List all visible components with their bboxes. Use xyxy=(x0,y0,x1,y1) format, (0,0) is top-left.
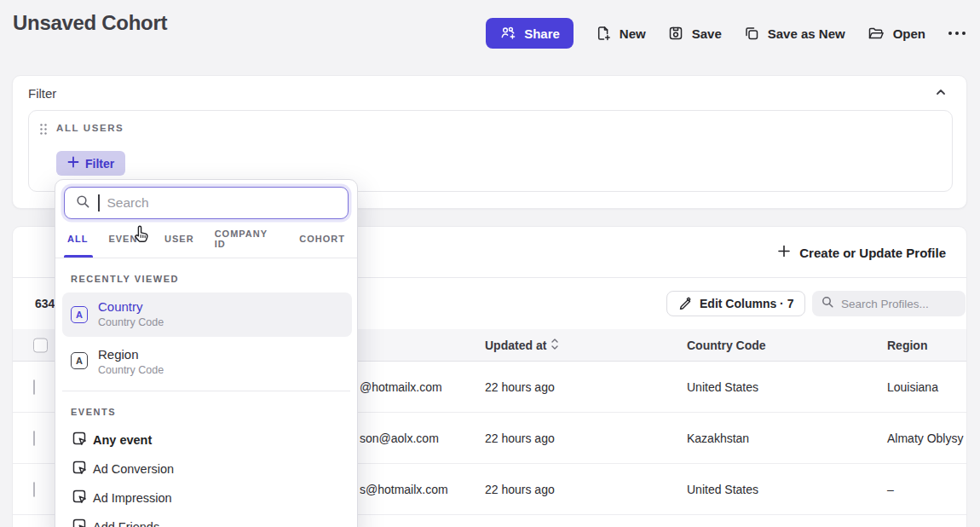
plus-icon xyxy=(777,244,791,260)
event-item-ad-conversion[interactable]: Ad Conversion xyxy=(55,455,357,484)
country-cell: United States xyxy=(687,380,758,394)
row-checkbox[interactable] xyxy=(33,431,35,446)
updated-cell: 22 hours ago xyxy=(485,431,555,445)
share-button[interactable]: Share xyxy=(486,18,574,49)
cohort-builder-page: Unsaved Cohort Share xyxy=(0,0,980,527)
chevron-up-icon xyxy=(934,89,948,101)
event-title: Ad Conversion xyxy=(93,462,174,476)
divider xyxy=(62,391,350,391)
letter-a-property-icon: A xyxy=(71,306,88,323)
property-item-country[interactable]: A Country Country Code xyxy=(62,292,352,337)
new-document-icon xyxy=(595,25,612,42)
cursor-click-event-icon xyxy=(71,430,88,450)
cursor-click-event-icon xyxy=(71,517,88,527)
region-cell: Louisiana xyxy=(887,380,938,394)
event-title: Ad Impression xyxy=(93,491,172,505)
email-cell: son@aolx.com xyxy=(360,431,439,445)
text-caret xyxy=(98,194,100,211)
tab-company-id[interactable]: COMPANY ID xyxy=(215,219,280,258)
open-button-label: Open xyxy=(893,26,925,41)
search-profiles-box xyxy=(812,291,966,316)
letter-a-property-icon: A xyxy=(71,352,88,369)
column-header-region: Region xyxy=(887,339,927,352)
ellipsis-icon xyxy=(947,30,967,37)
event-item-ad-impression[interactable]: Ad Impression xyxy=(55,484,357,513)
event-title: Add Friends xyxy=(93,520,159,527)
save-button[interactable]: Save xyxy=(667,25,722,42)
tab-cohort[interactable]: COHORT xyxy=(299,219,345,258)
save-as-new-button[interactable]: Save as New xyxy=(743,25,845,42)
sort-icon xyxy=(551,338,559,352)
property-subtitle: Country Code xyxy=(98,316,164,328)
row-checkbox[interactable] xyxy=(33,482,35,497)
event-title: Any event xyxy=(93,433,152,447)
add-filter-button-label: Filter xyxy=(85,157,114,171)
column-header-country-code: Country Code xyxy=(687,339,766,352)
dropdown-tabs: ALL EVENT USER COMPANY ID COHORT xyxy=(55,219,357,258)
more-actions-button[interactable] xyxy=(947,30,967,37)
dropdown-search-input[interactable] xyxy=(107,195,329,211)
folder-open-icon xyxy=(867,25,885,42)
save-as-new-button-label: Save as New xyxy=(768,26,845,41)
page-title: Unsaved Cohort xyxy=(13,11,167,35)
column-header-updated-at[interactable]: Updated at xyxy=(485,338,559,352)
open-button[interactable]: Open xyxy=(867,25,925,42)
filter-property-dropdown: ALL EVENT USER COMPANY ID COHORT RECENTL… xyxy=(55,179,358,527)
region-cell: – xyxy=(887,483,894,496)
property-title: Country xyxy=(98,299,143,314)
cursor-click-event-icon xyxy=(71,459,88,479)
row-checkbox[interactable] xyxy=(33,379,35,395)
tab-user[interactable]: USER xyxy=(164,219,194,258)
drag-handle-icon[interactable] xyxy=(39,123,48,139)
share-people-icon xyxy=(499,25,516,42)
share-button-label: Share xyxy=(524,26,560,41)
email-cell: s@hotmailx.com xyxy=(360,483,448,496)
event-item-any-event[interactable]: Any event xyxy=(55,426,357,455)
header-actions: Share New Save xyxy=(486,18,967,49)
search-icon xyxy=(75,194,90,212)
all-users-label: ALL USERS xyxy=(56,123,124,133)
select-all-checkbox[interactable] xyxy=(33,338,48,352)
edit-columns-button[interactable]: Edit Columns · 7 xyxy=(666,291,805,316)
event-item-add-friends[interactable]: Add Friends xyxy=(55,513,357,527)
recently-viewed-label: RECENTLY VIEWED xyxy=(71,274,179,284)
updated-cell: 22 hours ago xyxy=(485,380,555,394)
save-button-label: Save xyxy=(692,26,722,41)
search-profiles-input[interactable] xyxy=(841,298,952,310)
property-title: Region xyxy=(98,347,139,362)
plus-icon xyxy=(67,156,79,171)
tab-all[interactable]: ALL xyxy=(67,219,88,258)
create-or-update-profile-button[interactable]: Create or Update Profile xyxy=(777,244,946,260)
add-filter-button[interactable]: Filter xyxy=(56,151,125,176)
edit-columns-label: Edit Columns · 7 xyxy=(700,297,793,310)
create-or-update-profile-label: Create or Update Profile xyxy=(799,245,946,259)
dropdown-search-box xyxy=(64,187,349,219)
property-item-region[interactable]: A Region Country Code xyxy=(62,340,352,381)
email-cell: @hotmailx.com xyxy=(360,380,442,394)
country-cell: Kazakhstan xyxy=(687,431,749,445)
filter-panel-title: Filter xyxy=(28,86,56,101)
search-icon xyxy=(821,295,834,312)
updated-cell: 22 hours ago xyxy=(485,483,555,496)
collapse-panel-button[interactable] xyxy=(934,85,948,101)
country-cell: United States xyxy=(687,483,758,496)
cursor-click-event-icon xyxy=(71,488,88,508)
events-label: EVENTS xyxy=(71,407,116,417)
property-subtitle: Country Code xyxy=(98,364,164,376)
pencil-icon xyxy=(678,296,692,312)
new-button[interactable]: New xyxy=(595,25,646,42)
region-cell: Almaty Oblysy xyxy=(887,431,963,445)
duplicate-icon xyxy=(743,25,760,42)
tab-event[interactable]: EVENT xyxy=(108,219,144,258)
new-button-label: New xyxy=(620,26,646,41)
save-icon xyxy=(667,25,684,42)
